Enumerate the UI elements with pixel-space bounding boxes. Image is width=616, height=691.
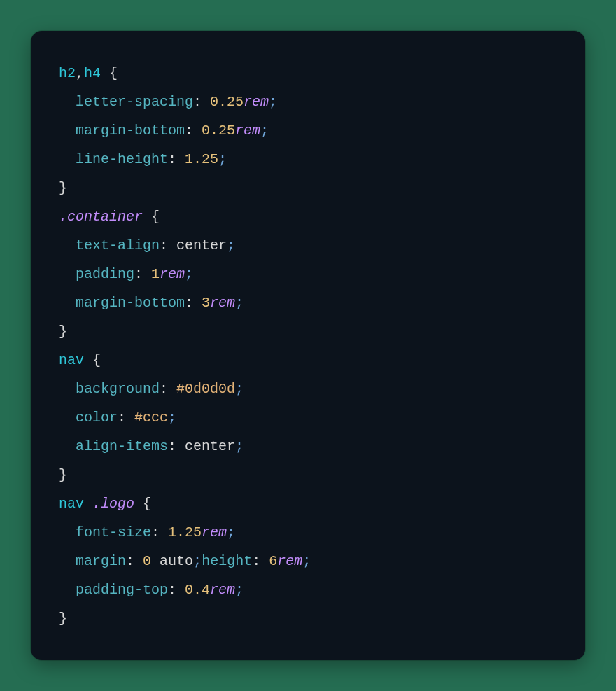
css-source: h2,h4 { letter-spacing: 0.25rem; margin-…: [59, 59, 557, 633]
code-block: h2,h4 { letter-spacing: 0.25rem; margin-…: [31, 31, 585, 660]
